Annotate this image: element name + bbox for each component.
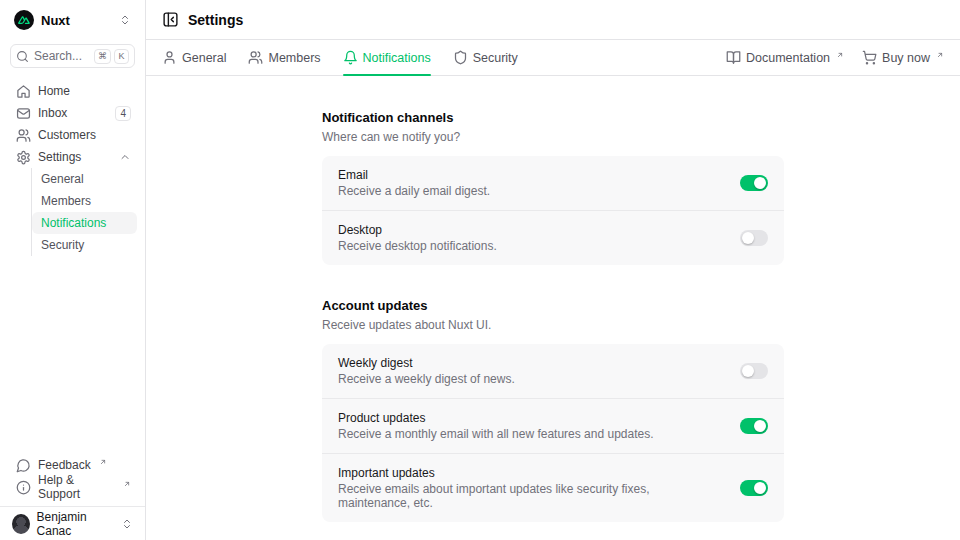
section-title: Notification channels [322, 110, 784, 125]
setting-row-email: Email Receive a daily email digest. [322, 156, 784, 210]
user-menu[interactable]: Benjamin Canac [0, 506, 145, 540]
search-input[interactable]: Search... ⌘ K [10, 44, 135, 68]
users-icon [248, 50, 263, 65]
shield-icon [453, 50, 468, 65]
kbd-k: K [114, 49, 129, 64]
settings-sub-list: General Members Notifications Security [31, 168, 137, 256]
sidebar-item-inbox[interactable]: Inbox 4 [10, 102, 137, 124]
setting-row-desktop: Desktop Receive desktop notifications. [322, 210, 784, 265]
sidebar-item-help-support[interactable]: Help & Support [10, 476, 137, 498]
chevrons-up-down-icon [119, 14, 131, 26]
sidebar-item-settings-general[interactable]: General [32, 168, 137, 190]
tab-members[interactable]: Members [248, 40, 320, 75]
settings-card: Email Receive a daily email digest. Desk… [322, 156, 784, 265]
section-title: Account updates [322, 298, 784, 313]
external-link-icon [836, 51, 844, 59]
external-link-icon [936, 51, 944, 59]
search-shortcut: ⌘ K [94, 49, 129, 64]
chevrons-up-down-icon [121, 518, 133, 530]
home-icon [16, 84, 31, 99]
important-updates-toggle[interactable] [740, 480, 768, 496]
user-icon [162, 50, 177, 65]
sidebar-item-customers[interactable]: Customers [10, 124, 137, 146]
search-placeholder: Search... [34, 49, 82, 63]
tabbar-actions: Documentation Buy now [726, 40, 944, 75]
sidebar-footer: Feedback Help & Support [0, 454, 145, 502]
product-updates-toggle[interactable] [740, 418, 768, 434]
page-title: Settings [188, 12, 243, 28]
settings-card: Weekly digest Receive a weekly digest of… [322, 344, 784, 522]
tab-security[interactable]: Security [453, 40, 518, 75]
sidebar-nav: Home Inbox 4 Customers Settings General … [0, 78, 145, 454]
setting-row-weekly-digest: Weekly digest Receive a weekly digest of… [322, 344, 784, 398]
collapse-sidebar-icon[interactable] [162, 11, 179, 28]
section-description: Where can we notify you? [322, 130, 784, 144]
workspace-switcher[interactable]: Nuxt [0, 0, 145, 40]
kbd-cmd: ⌘ [94, 49, 111, 64]
page-header: Settings [146, 0, 960, 40]
book-open-icon [726, 50, 741, 65]
sidebar-item-settings-members[interactable]: Members [32, 190, 137, 212]
setting-row-important-updates: Important updates Receive emails about i… [322, 453, 784, 522]
main-panel: Settings General Members Notifications S… [146, 0, 960, 540]
gear-icon [16, 150, 31, 165]
chevron-up-icon [119, 151, 131, 163]
sidebar-item-settings-security[interactable]: Security [32, 234, 137, 256]
bell-icon [343, 50, 358, 65]
section-account-updates: Account updates Receive updates about Nu… [322, 298, 784, 522]
message-bubble-icon [16, 458, 31, 473]
tab-general[interactable]: General [162, 40, 226, 75]
settings-content: Notification channels Where can we notif… [146, 76, 960, 540]
workspace-name: Nuxt [41, 13, 70, 28]
shopping-cart-icon [862, 50, 877, 65]
inbox-badge: 4 [115, 106, 131, 121]
email-toggle[interactable] [740, 175, 768, 191]
sidebar: Nuxt Search... ⌘ K Home Inbox 4 Customer… [0, 0, 146, 540]
user-name: Benjamin Canac [37, 510, 114, 538]
sidebar-item-settings[interactable]: Settings [10, 146, 137, 168]
sidebar-item-settings-notifications[interactable]: Notifications [32, 212, 137, 234]
setting-row-product-updates: Product updates Receive a monthly email … [322, 398, 784, 453]
section-notification-channels: Notification channels Where can we notif… [322, 110, 784, 265]
desktop-toggle[interactable] [740, 230, 768, 246]
inbox-icon [16, 106, 31, 121]
search-icon [16, 50, 29, 63]
documentation-link[interactable]: Documentation [726, 50, 844, 65]
section-description: Receive updates about Nuxt UI. [322, 318, 784, 332]
avatar [12, 514, 30, 534]
nuxt-logo-icon [14, 10, 34, 30]
users-icon [16, 128, 31, 143]
buy-now-link[interactable]: Buy now [862, 50, 944, 65]
info-circle-icon [16, 480, 31, 495]
weekly-digest-toggle[interactable] [740, 363, 768, 379]
external-link-icon [123, 480, 131, 488]
tab-bar: General Members Notifications Security D… [146, 40, 960, 76]
tab-notifications[interactable]: Notifications [343, 40, 431, 75]
sidebar-item-home[interactable]: Home [10, 80, 137, 102]
external-link-icon [99, 458, 107, 466]
